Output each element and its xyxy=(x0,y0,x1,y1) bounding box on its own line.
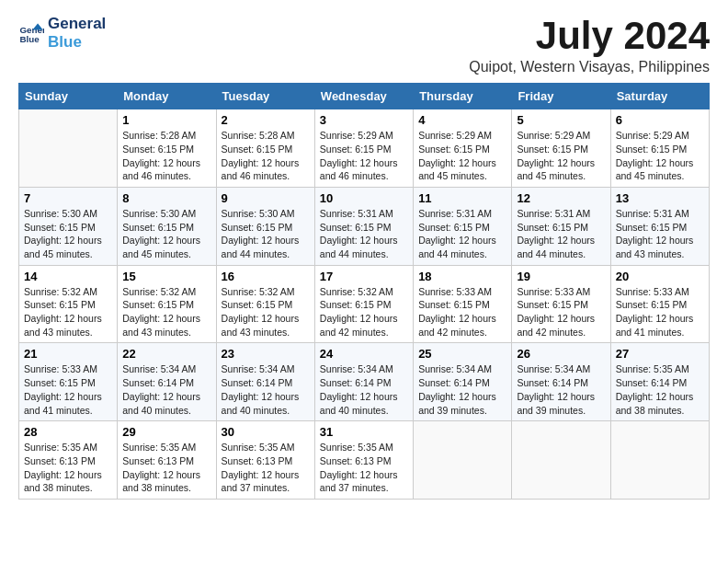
day-cell: 21Sunrise: 5:33 AM Sunset: 6:15 PM Dayli… xyxy=(19,343,118,421)
day-info: Sunrise: 5:35 AM Sunset: 6:13 PM Dayligh… xyxy=(122,441,210,495)
calendar-header: SundayMondayTuesdayWednesdayThursdayFrid… xyxy=(19,84,710,109)
day-info: Sunrise: 5:35 AM Sunset: 6:14 PM Dayligh… xyxy=(616,362,704,417)
header-cell-monday: Monday xyxy=(118,84,216,109)
day-number: 29 xyxy=(122,425,210,439)
day-cell: 20Sunrise: 5:33 AM Sunset: 6:15 PM Dayli… xyxy=(610,265,709,343)
day-info: Sunrise: 5:35 AM Sunset: 6:13 PM Dayligh… xyxy=(320,441,408,495)
day-number: 27 xyxy=(616,347,704,361)
day-number: 2 xyxy=(222,113,310,127)
day-number: 6 xyxy=(616,113,704,127)
header-cell-wednesday: Wednesday xyxy=(314,84,413,109)
day-info: Sunrise: 5:32 AM Sunset: 6:15 PM Dayligh… xyxy=(122,285,210,339)
day-cell: 4Sunrise: 5:29 AM Sunset: 6:15 PM Daylig… xyxy=(414,109,512,188)
day-number: 30 xyxy=(222,425,310,439)
day-cell: 6Sunrise: 5:29 AM Sunset: 6:15 PM Daylig… xyxy=(610,109,709,188)
day-cell: 27Sunrise: 5:35 AM Sunset: 6:14 PM Dayli… xyxy=(610,343,709,421)
day-cell: 11Sunrise: 5:31 AM Sunset: 6:15 PM Dayli… xyxy=(414,187,512,265)
day-number: 23 xyxy=(222,347,310,361)
header-cell-sunday: Sunday xyxy=(19,84,118,109)
day-number: 8 xyxy=(122,191,210,205)
day-number: 10 xyxy=(320,191,408,205)
day-cell: 26Sunrise: 5:34 AM Sunset: 6:14 PM Dayli… xyxy=(512,343,610,421)
day-cell: 8Sunrise: 5:30 AM Sunset: 6:15 PM Daylig… xyxy=(118,187,216,265)
day-number: 21 xyxy=(24,347,112,361)
day-number: 12 xyxy=(517,191,605,205)
week-row-2: 7Sunrise: 5:30 AM Sunset: 6:15 PM Daylig… xyxy=(19,187,710,265)
day-number: 18 xyxy=(418,270,506,283)
logo-icon: General Blue xyxy=(18,20,44,46)
day-cell: 22Sunrise: 5:34 AM Sunset: 6:14 PM Dayli… xyxy=(118,343,216,421)
day-info: Sunrise: 5:34 AM Sunset: 6:14 PM Dayligh… xyxy=(320,362,408,417)
day-number: 7 xyxy=(24,191,112,205)
day-cell: 5Sunrise: 5:29 AM Sunset: 6:15 PM Daylig… xyxy=(512,109,610,188)
day-cell: 16Sunrise: 5:32 AM Sunset: 6:15 PM Dayli… xyxy=(216,265,314,343)
day-info: Sunrise: 5:32 AM Sunset: 6:15 PM Dayligh… xyxy=(222,285,310,339)
day-info: Sunrise: 5:35 AM Sunset: 6:13 PM Dayligh… xyxy=(222,441,310,495)
day-info: Sunrise: 5:33 AM Sunset: 6:15 PM Dayligh… xyxy=(616,285,704,339)
week-row-3: 14Sunrise: 5:32 AM Sunset: 6:15 PM Dayli… xyxy=(19,265,710,343)
day-number: 5 xyxy=(517,113,605,127)
day-cell: 14Sunrise: 5:32 AM Sunset: 6:15 PM Dayli… xyxy=(19,265,118,343)
day-number: 19 xyxy=(517,270,605,283)
header-cell-tuesday: Tuesday xyxy=(216,84,314,109)
day-info: Sunrise: 5:30 AM Sunset: 6:15 PM Dayligh… xyxy=(222,207,310,261)
day-info: Sunrise: 5:34 AM Sunset: 6:14 PM Dayligh… xyxy=(122,362,210,417)
day-info: Sunrise: 5:33 AM Sunset: 6:15 PM Dayligh… xyxy=(24,362,112,417)
day-info: Sunrise: 5:31 AM Sunset: 6:15 PM Dayligh… xyxy=(517,207,605,261)
day-number: 3 xyxy=(320,113,408,127)
day-cell: 7Sunrise: 5:30 AM Sunset: 6:15 PM Daylig… xyxy=(19,187,118,265)
day-number: 4 xyxy=(418,113,506,127)
day-cell: 3Sunrise: 5:29 AM Sunset: 6:15 PM Daylig… xyxy=(314,109,413,188)
day-cell xyxy=(610,421,709,500)
logo-text-block: General Blue xyxy=(48,15,106,51)
day-cell: 23Sunrise: 5:34 AM Sunset: 6:14 PM Dayli… xyxy=(216,343,314,421)
day-cell: 31Sunrise: 5:35 AM Sunset: 6:13 PM Dayli… xyxy=(314,421,413,500)
day-info: Sunrise: 5:28 AM Sunset: 6:15 PM Dayligh… xyxy=(122,129,210,183)
day-info: Sunrise: 5:31 AM Sunset: 6:15 PM Dayligh… xyxy=(320,207,408,261)
day-info: Sunrise: 5:34 AM Sunset: 6:14 PM Dayligh… xyxy=(517,362,605,417)
logo: General Blue General Blue xyxy=(18,15,106,51)
day-number: 16 xyxy=(222,270,310,283)
day-number: 1 xyxy=(122,113,210,127)
header-cell-saturday: Saturday xyxy=(610,84,709,109)
month-year-title: July 2024 xyxy=(469,15,710,57)
day-cell: 28Sunrise: 5:35 AM Sunset: 6:13 PM Dayli… xyxy=(19,421,118,500)
day-info: Sunrise: 5:30 AM Sunset: 6:15 PM Dayligh… xyxy=(24,207,112,261)
page-header: General Blue General Blue July 2024 Quip… xyxy=(18,15,710,75)
day-info: Sunrise: 5:29 AM Sunset: 6:15 PM Dayligh… xyxy=(320,129,408,183)
calendar-table: SundayMondayTuesdayWednesdayThursdayFrid… xyxy=(18,83,710,500)
logo-general: General xyxy=(48,15,106,33)
day-cell xyxy=(19,109,118,188)
day-info: Sunrise: 5:35 AM Sunset: 6:13 PM Dayligh… xyxy=(24,441,112,495)
day-cell: 29Sunrise: 5:35 AM Sunset: 6:13 PM Dayli… xyxy=(118,421,216,500)
day-cell: 24Sunrise: 5:34 AM Sunset: 6:14 PM Dayli… xyxy=(314,343,413,421)
day-cell xyxy=(414,421,512,500)
day-number: 20 xyxy=(616,270,704,283)
day-info: Sunrise: 5:29 AM Sunset: 6:15 PM Dayligh… xyxy=(418,129,506,183)
day-cell xyxy=(512,421,610,500)
day-number: 9 xyxy=(222,191,310,205)
day-cell: 9Sunrise: 5:30 AM Sunset: 6:15 PM Daylig… xyxy=(216,187,314,265)
header-cell-friday: Friday xyxy=(512,84,610,109)
calendar-body: 1Sunrise: 5:28 AM Sunset: 6:15 PM Daylig… xyxy=(19,109,710,500)
day-info: Sunrise: 5:34 AM Sunset: 6:14 PM Dayligh… xyxy=(418,362,506,417)
header-row: SundayMondayTuesdayWednesdayThursdayFrid… xyxy=(19,84,710,109)
svg-text:Blue: Blue xyxy=(19,33,40,43)
day-number: 25 xyxy=(418,347,506,361)
day-number: 17 xyxy=(320,270,408,283)
day-number: 11 xyxy=(418,191,506,205)
day-number: 15 xyxy=(122,270,210,283)
day-info: Sunrise: 5:30 AM Sunset: 6:15 PM Dayligh… xyxy=(122,207,210,261)
title-block: July 2024 Quipot, Western Visayas, Phili… xyxy=(469,15,710,75)
location-subtitle: Quipot, Western Visayas, Philippines xyxy=(469,59,710,75)
week-row-5: 28Sunrise: 5:35 AM Sunset: 6:13 PM Dayli… xyxy=(19,421,710,500)
day-cell: 25Sunrise: 5:34 AM Sunset: 6:14 PM Dayli… xyxy=(414,343,512,421)
day-number: 22 xyxy=(122,347,210,361)
day-number: 13 xyxy=(616,191,704,205)
day-number: 24 xyxy=(320,347,408,361)
day-cell: 19Sunrise: 5:33 AM Sunset: 6:15 PM Dayli… xyxy=(512,265,610,343)
day-number: 14 xyxy=(24,270,112,283)
day-cell: 2Sunrise: 5:28 AM Sunset: 6:15 PM Daylig… xyxy=(216,109,314,188)
day-cell: 12Sunrise: 5:31 AM Sunset: 6:15 PM Dayli… xyxy=(512,187,610,265)
day-info: Sunrise: 5:34 AM Sunset: 6:14 PM Dayligh… xyxy=(222,362,310,417)
